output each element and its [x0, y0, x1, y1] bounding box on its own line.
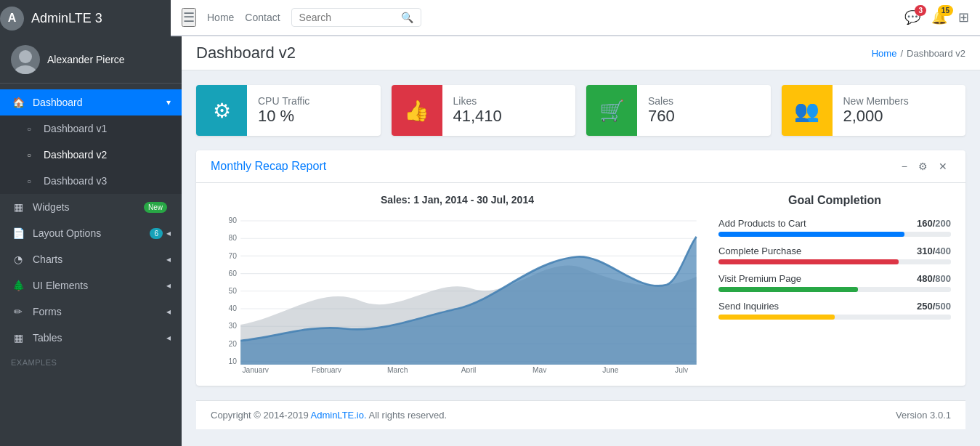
- sidebar-item-tables[interactable]: ▦ Tables ◂: [0, 325, 182, 351]
- chart-wrapper: Sales: 1 Jan, 2014 - 30 Jul, 2014: [211, 194, 704, 375]
- sidebar-item-label: UI Elements: [33, 280, 166, 291]
- sidebar-item-label: Dashboard v1: [44, 123, 171, 134]
- goal-item-2: Visit Premium Page 480/800: [718, 273, 951, 292]
- breadcrumb: Home / Dashboard v2: [872, 48, 965, 59]
- brand: A AdminLTE 3: [0, 0, 171, 36]
- card-body: Sales: 1 Jan, 2014 - 30 Jul, 2014: [196, 183, 965, 386]
- info-box-members-content: New Members 2,000: [833, 88, 920, 133]
- svg-point-1: [15, 65, 36, 74]
- sidebar-item-label: Dashboard v3: [44, 175, 171, 187]
- sidebar-item-dashboard[interactable]: 🏠 Dashboard ▾: [0, 89, 182, 115]
- sidebar-item-ui[interactable]: 🌲 UI Elements ◂: [0, 272, 182, 299]
- info-box-cpu-content: CPU Traffic 10 %: [247, 88, 320, 133]
- goal-item-1: Complete Purchase 310/400: [718, 246, 951, 264]
- content-header: Dashboard v2 Home / Dashboard v2: [182, 36, 980, 70]
- sales-chart: 90 80 70 60 50 40 30 20 10: [211, 213, 704, 373]
- charts-icon: ◔: [11, 254, 25, 265]
- svg-text:April: April: [461, 365, 477, 373]
- info-box-likes-content: Likes 41,410: [442, 88, 513, 133]
- page-title: Dashboard v2: [196, 44, 296, 62]
- user-name: Alexander Pierce: [47, 54, 125, 65]
- svg-point-0: [19, 50, 32, 63]
- info-box-likes: 👍 Likes 41,410: [392, 85, 576, 136]
- svg-text:40: 40: [229, 304, 238, 312]
- circle-icon: ○: [22, 151, 36, 159]
- nav-home-link[interactable]: Home: [207, 12, 234, 23]
- messages-badge: 3: [915, 5, 926, 16]
- svg-text:70: 70: [229, 251, 238, 259]
- brand-icon: A: [0, 7, 24, 31]
- sidebar-item-dashboard-v1[interactable]: ○ Dashboard v1: [0, 115, 182, 142]
- members-label: New Members: [843, 95, 909, 107]
- layout-badge: 6: [150, 228, 163, 239]
- apps-button[interactable]: ⊞: [958, 9, 969, 25]
- card-header: Monthly Recap Report − ⚙ ✕: [196, 150, 965, 183]
- sidebar-item-layout[interactable]: 📄 Layout Options 6 ◂: [0, 220, 182, 246]
- sidebar-item-label: Dashboard v2: [44, 149, 171, 161]
- layout-icon: 📄: [11, 227, 25, 239]
- sidebar-item-dashboard-v3[interactable]: ○ Dashboard v3: [0, 168, 182, 194]
- nav-contact-link[interactable]: Contact: [245, 12, 280, 23]
- cpu-value: 10 %: [258, 107, 309, 126]
- sidebar-item-label: Tables: [33, 332, 166, 344]
- settings-button[interactable]: ⚙: [915, 159, 931, 174]
- likes-label: Likes: [453, 95, 477, 107]
- goal-value-0: 160/200: [917, 218, 951, 229]
- hamburger-button[interactable]: ☰: [182, 8, 196, 27]
- sidebar-section-examples: EXAMPLES: [0, 351, 182, 369]
- footer: Copyright © 2014-2019 AdminLTE.io. All r…: [196, 400, 965, 429]
- nav-icons: 💬 3 🔔 15 ⊞: [904, 9, 969, 25]
- main-content: Dashboard v2 Home / Dashboard v2 ⚙ CPU T…: [182, 36, 980, 446]
- dashboard-icon: 🏠: [11, 97, 25, 108]
- goal-name-3: Send Inquiries: [718, 301, 779, 312]
- user-panel: Alexander Pierce: [0, 36, 182, 84]
- breadcrumb-home[interactable]: Home: [872, 48, 897, 59]
- sidebar-item-charts[interactable]: ◔ Charts ◂: [0, 246, 182, 272]
- sidebar-item-label: Charts: [33, 254, 166, 265]
- svg-text:June: June: [602, 365, 618, 373]
- new-badge: New: [144, 202, 167, 213]
- sidebar: Alexander Pierce 🏠 Dashboard ▾ ○ Dashboa…: [0, 36, 182, 446]
- svg-text:March: March: [387, 365, 408, 373]
- notifications-button[interactable]: 🔔 15: [931, 9, 947, 25]
- goal-item-3: Send Inquiries 250/500: [718, 301, 951, 320]
- svg-text:80: 80: [229, 233, 238, 242]
- footer-brand-link[interactable]: AdminLTE.io.: [311, 410, 367, 421]
- search-input[interactable]: [299, 12, 401, 23]
- chevron-left-icon: ◂: [166, 307, 171, 317]
- breadcrumb-current: Dashboard v2: [907, 48, 965, 59]
- info-box-members: 👥 New Members 2,000: [782, 85, 966, 136]
- messages-button[interactable]: 💬 3: [904, 9, 920, 25]
- card-title: Monthly Recap Report: [211, 160, 326, 173]
- goal-value-3: 250/500: [917, 301, 951, 312]
- brand-name: AdminLTE 3: [31, 11, 102, 26]
- widgets-icon: ▦: [11, 201, 25, 213]
- forms-icon: ✏: [11, 306, 25, 317]
- info-box-cpu: ⚙ CPU Traffic 10 %: [196, 85, 381, 136]
- chevron-left-icon: ◂: [166, 228, 171, 238]
- svg-text:January: January: [242, 365, 269, 373]
- sales-label: Sales: [648, 95, 673, 107]
- goal-name-1: Complete Purchase: [718, 246, 801, 256]
- sidebar-item-label: Widgets: [33, 201, 144, 213]
- version-text: Version 3.0.1: [896, 410, 951, 421]
- svg-text:20: 20: [229, 338, 238, 347]
- info-box-sales-content: Sales 760: [637, 88, 686, 133]
- likes-icon: 👍: [392, 85, 442, 136]
- circle-icon: ○: [22, 125, 36, 133]
- sidebar-item-dashboard-v2[interactable]: ○ Dashboard v2: [0, 142, 182, 168]
- chevron-down-icon: ▾: [166, 97, 171, 108]
- sidebar-item-widgets[interactable]: ▦ Widgets New: [0, 194, 182, 220]
- cpu-label: CPU Traffic: [258, 95, 309, 107]
- goal-name-0: Add Products to Cart: [718, 218, 806, 229]
- monthly-recap-card: Monthly Recap Report − ⚙ ✕ Sales: 1 Jan,…: [196, 150, 965, 386]
- sidebar-item-label: Forms: [33, 306, 166, 317]
- search-button[interactable]: 🔍: [401, 12, 413, 23]
- svg-text:30: 30: [229, 321, 238, 330]
- search-form: 🔍: [291, 8, 421, 27]
- goal-item-0: Add Products to Cart 160/200: [718, 218, 951, 237]
- minimize-button[interactable]: −: [898, 159, 911, 174]
- members-icon: 👥: [782, 85, 833, 136]
- sidebar-item-forms[interactable]: ✏ Forms ◂: [0, 299, 182, 325]
- close-button[interactable]: ✕: [935, 159, 951, 174]
